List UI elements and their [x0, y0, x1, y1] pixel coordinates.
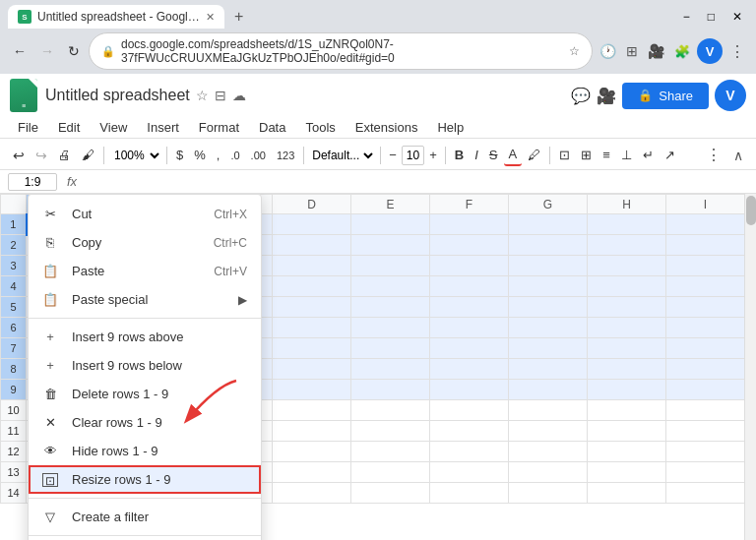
cell-row[interactable]: [666, 276, 745, 297]
row-number-12[interactable]: 12: [1, 442, 27, 462]
cell-row[interactable]: [351, 380, 430, 400]
cell-row[interactable]: [273, 214, 351, 235]
cell-row[interactable]: [509, 359, 588, 380]
reload-button[interactable]: ↻: [63, 40, 85, 62]
cell-row[interactable]: [351, 462, 430, 483]
print-button[interactable]: 🖨: [53, 145, 76, 165]
dec-dec-button[interactable]: .0: [225, 147, 244, 164]
cell-row[interactable]: [273, 400, 351, 421]
cell-row[interactable]: [430, 442, 509, 462]
cell-row[interactable]: [666, 442, 745, 462]
col-header-f[interactable]: F: [430, 195, 509, 214]
comma-button[interactable]: ,: [212, 145, 225, 165]
cell-row[interactable]: [430, 483, 509, 504]
cell-row[interactable]: [351, 276, 430, 297]
cell-row[interactable]: [351, 297, 430, 318]
close-icon[interactable]: ✕: [726, 8, 748, 26]
new-tab-button[interactable]: +: [228, 5, 249, 29]
col-header-e[interactable]: E: [351, 195, 430, 214]
ctx-item-resize-rows[interactable]: ⊡ Resize rows 1 - 9: [29, 465, 261, 494]
history-icon[interactable]: 🕐: [597, 40, 619, 62]
menu-insert[interactable]: Insert: [137, 117, 189, 138]
cell-row[interactable]: [273, 235, 351, 256]
cell-row[interactable]: [430, 462, 509, 483]
strikethrough-button[interactable]: S: [484, 145, 503, 165]
cell-row[interactable]: [588, 235, 666, 256]
active-tab[interactable]: S Untitled spreadsheet - Google S... ✕: [8, 5, 224, 29]
cell-row[interactable]: [273, 359, 351, 380]
cell-row[interactable]: [509, 338, 588, 359]
cell-row[interactable]: [666, 380, 745, 400]
cell-row[interactable]: [588, 318, 666, 338]
cell-row[interactable]: [273, 256, 351, 276]
cell-row[interactable]: [430, 318, 509, 338]
cell-row[interactable]: [351, 442, 430, 462]
row-number-11[interactable]: 11: [1, 421, 27, 442]
tab-close-icon[interactable]: ✕: [206, 11, 215, 24]
cell-row[interactable]: [509, 297, 588, 318]
cell-row[interactable]: [509, 400, 588, 421]
cell-row[interactable]: [509, 462, 588, 483]
italic-button[interactable]: I: [470, 145, 483, 165]
cell-row[interactable]: [509, 380, 588, 400]
menu-tools[interactable]: Tools: [295, 117, 345, 138]
cell-row[interactable]: [351, 338, 430, 359]
forward-button[interactable]: →: [35, 40, 59, 62]
back-button[interactable]: ←: [8, 40, 32, 62]
ctx-item-insert-above[interactable]: + Insert 9 rows above: [29, 323, 261, 351]
vertical-scrollbar[interactable]: [744, 194, 756, 540]
cell-row[interactable]: [588, 421, 666, 442]
paint-button[interactable]: 🖌: [77, 145, 99, 165]
ctx-item-paste[interactable]: 📋 Paste Ctrl+V: [29, 257, 261, 285]
cell-row[interactable]: [509, 214, 588, 235]
cloud-icon[interactable]: ☁: [232, 88, 246, 103]
cell-row[interactable]: [430, 359, 509, 380]
ctx-item-paste-special[interactable]: 📋 Paste special ▶: [29, 285, 261, 314]
cell-row[interactable]: [666, 462, 745, 483]
col-header-i[interactable]: I: [666, 195, 745, 214]
cell-row[interactable]: [588, 214, 666, 235]
ctx-item-hide-rows[interactable]: 👁 Hide rows 1 - 9: [29, 437, 261, 465]
cell-row[interactable]: [666, 214, 745, 235]
cell-row[interactable]: [509, 483, 588, 504]
row-number-8[interactable]: 8: [1, 359, 27, 380]
row-number-9[interactable]: 9: [1, 380, 27, 400]
url-bar[interactable]: 🔒 docs.google.com/spreadsheets/d/1S_uZNR…: [89, 32, 593, 70]
user-avatar[interactable]: V: [715, 80, 746, 111]
move-icon[interactable]: ⊟: [215, 88, 226, 103]
cell-row[interactable]: [273, 297, 351, 318]
row-number-13[interactable]: 13: [1, 462, 27, 483]
menu-data[interactable]: Data: [249, 117, 295, 138]
video-icon[interactable]: 🎥: [645, 40, 667, 62]
cell-row[interactable]: [588, 359, 666, 380]
ctx-item-copy[interactable]: ⎘ Copy Ctrl+C: [29, 228, 261, 257]
cell-row[interactable]: [351, 359, 430, 380]
cell-row[interactable]: [588, 338, 666, 359]
row-number-5[interactable]: 5: [1, 297, 27, 318]
cell-row[interactable]: [509, 276, 588, 297]
grid-icon[interactable]: ⊞: [623, 40, 641, 62]
menu-file[interactable]: File: [8, 117, 48, 138]
more-options-icon[interactable]: ⋮: [726, 39, 748, 64]
row-number-3[interactable]: 3: [1, 256, 27, 276]
cell-row[interactable]: [351, 235, 430, 256]
highlight-button[interactable]: 🖊: [523, 145, 545, 165]
cell-row[interactable]: [351, 318, 430, 338]
cell-row[interactable]: [588, 442, 666, 462]
dec-inc-button[interactable]: .00: [246, 147, 271, 164]
hide-toolbar-button[interactable]: ∧: [728, 145, 748, 166]
cell-row[interactable]: [430, 400, 509, 421]
menu-extensions[interactable]: Extensions: [346, 117, 428, 138]
cell-row[interactable]: [666, 338, 745, 359]
maximize-icon[interactable]: □: [702, 8, 721, 26]
bookmark-icon[interactable]: ☆: [569, 44, 580, 58]
row-number-1[interactable]: 1: [1, 214, 27, 235]
font-color-button[interactable]: A: [504, 144, 523, 166]
font-size-value[interactable]: 10: [402, 146, 424, 165]
menu-edit[interactable]: Edit: [48, 117, 90, 138]
cell-row[interactable]: [273, 318, 351, 338]
cell-row[interactable]: [351, 214, 430, 235]
cell-row[interactable]: [666, 359, 745, 380]
cell-row[interactable]: [273, 380, 351, 400]
row-number-2[interactable]: 2: [1, 235, 27, 256]
